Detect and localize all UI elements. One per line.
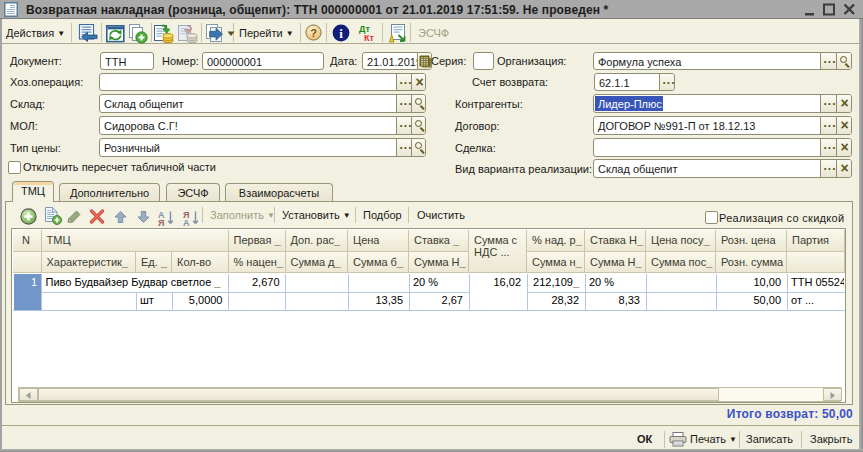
svg-text:Кт: Кт <box>364 33 374 42</box>
svg-text:i: i <box>339 26 343 41</box>
svg-text:Я: Я <box>158 218 164 227</box>
svg-text:?: ? <box>310 27 317 39</box>
svg-text:А: А <box>183 218 190 227</box>
